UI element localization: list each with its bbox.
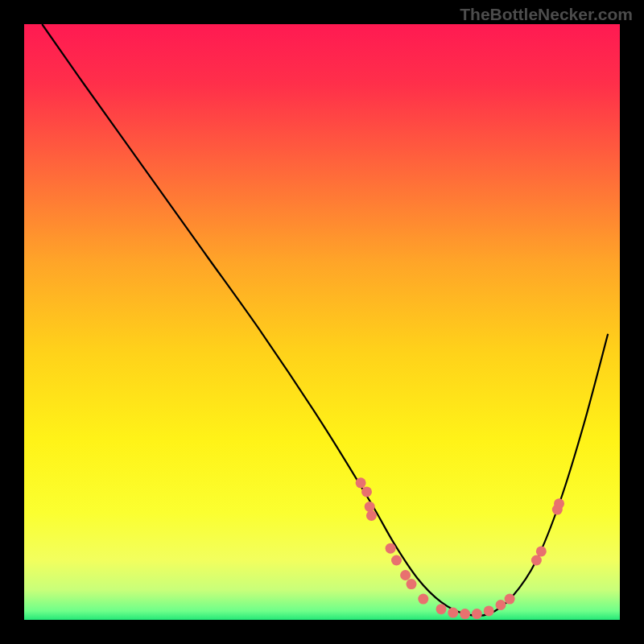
data-marker xyxy=(536,546,547,556)
data-marker xyxy=(460,609,470,619)
data-marker xyxy=(365,502,375,512)
data-marker xyxy=(472,609,482,619)
plot-background xyxy=(24,24,620,620)
data-marker xyxy=(366,510,377,521)
chart-container: TheBottleNecker.com xyxy=(0,0,644,644)
bottleneck-chart xyxy=(0,0,644,644)
data-marker xyxy=(400,570,411,580)
data-marker xyxy=(496,600,506,610)
data-marker xyxy=(361,486,372,497)
data-marker xyxy=(418,594,428,605)
data-marker xyxy=(554,498,564,509)
data-marker xyxy=(391,555,402,566)
data-marker xyxy=(531,555,542,566)
attribution-text: TheBottleNecker.com xyxy=(460,5,633,24)
data-marker xyxy=(484,605,494,616)
data-marker xyxy=(407,579,417,589)
data-marker xyxy=(448,608,458,618)
data-marker xyxy=(436,604,447,614)
data-marker xyxy=(505,594,515,605)
data-marker xyxy=(356,477,366,488)
data-marker xyxy=(386,543,396,554)
